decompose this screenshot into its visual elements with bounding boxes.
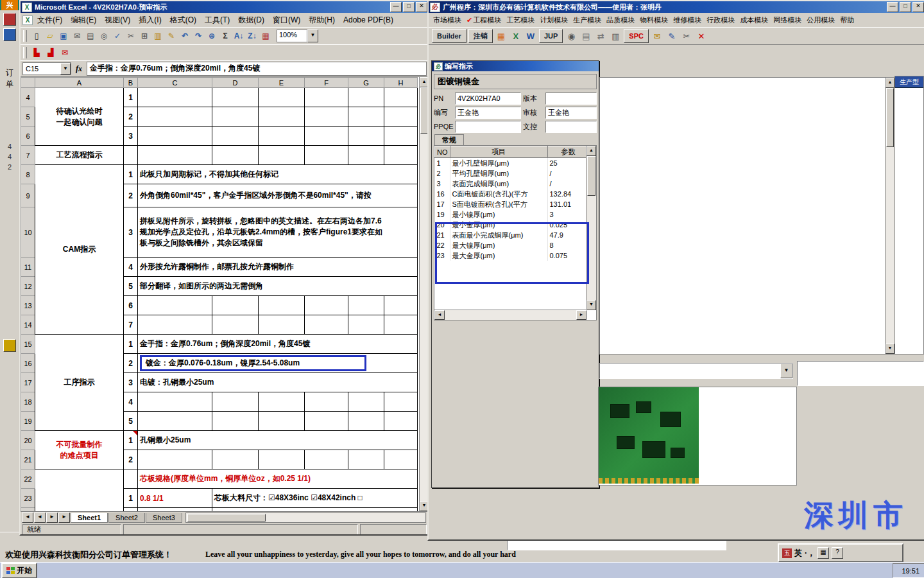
cell[interactable]	[305, 107, 348, 127]
cell[interactable]	[212, 107, 259, 127]
cell[interactable]	[384, 127, 418, 146]
cell-b16[interactable]: 2	[124, 354, 138, 373]
toolbar-grip[interactable]	[23, 30, 27, 42]
cell-c8[interactable]: 此板只加周期标记，不得加其他任何标记	[138, 165, 418, 184]
cell[interactable]	[259, 392, 305, 412]
process-vertical-scrollbar[interactable]: ▲ ▼	[885, 77, 895, 355]
row-header-6[interactable]: 6	[21, 127, 35, 146]
adobe-pdf-icon[interactable]: ▙	[30, 46, 43, 59]
fx-icon[interactable]: fx	[73, 64, 85, 74]
cell[interactable]	[305, 146, 348, 165]
version-field[interactable]	[545, 92, 597, 105]
cell[interactable]	[138, 107, 212, 127]
row-header-18[interactable]: 18	[21, 392, 35, 412]
cell[interactable]	[138, 146, 212, 165]
mail-icon[interactable]: ✉	[651, 30, 663, 42]
mail-icon[interactable]: ✉	[71, 30, 83, 42]
cell[interactable]	[305, 315, 348, 335]
row-header-21[interactable]: 21	[21, 450, 35, 469]
maximize-button[interactable]: □	[403, 2, 415, 12]
cell[interactable]	[348, 315, 384, 335]
cell-c11[interactable]: 外形按允许露铜制作，邮票孔按允许露铜制作	[138, 258, 418, 277]
cell[interactable]	[305, 88, 348, 107]
cell[interactable]	[212, 412, 259, 431]
print-icon[interactable]: ▤	[84, 30, 97, 42]
zoom-combo[interactable]: 100% ▼	[277, 30, 318, 42]
param-vertical-scrollbar[interactable]: ▲ ▼	[586, 146, 596, 310]
panel-icon[interactable]	[3, 28, 16, 41]
cell-c24[interactable]	[138, 508, 212, 512]
column-header-A[interactable]: A	[35, 78, 124, 88]
row-header-7[interactable]: 7	[21, 146, 35, 165]
cell-b22[interactable]	[124, 469, 138, 489]
new-icon[interactable]: ▯	[30, 30, 43, 42]
param-row-22[interactable]: 22最大镍厚(μm)8	[435, 240, 590, 250]
row-header-16[interactable]: 16	[21, 354, 35, 373]
row-header-10[interactable]: 10	[21, 207, 35, 258]
combo-dropdown-icon[interactable]: ▼	[780, 363, 792, 378]
cell[interactable]	[305, 392, 348, 412]
cell[interactable]	[305, 127, 348, 146]
module-10[interactable]: 成本模块	[738, 14, 770, 26]
minimize-button[interactable]: —	[390, 2, 402, 12]
cell[interactable]	[348, 146, 384, 165]
ime-punctuation[interactable]: ·，	[805, 548, 815, 559]
menu-0[interactable]: 文件(F)	[33, 13, 66, 27]
cell[interactable]	[348, 450, 384, 469]
cell-c23[interactable]: 0.8 1/1	[138, 489, 212, 508]
column-header-H[interactable]: H	[384, 78, 418, 88]
param-row-23[interactable]: 23最大金厚(μm)0.075	[435, 250, 590, 261]
cell[interactable]	[348, 412, 384, 431]
zoom-dropdown-icon[interactable]: ▼	[307, 30, 318, 42]
flow-icon[interactable]: ⇄	[594, 30, 607, 42]
pdf-mail-icon[interactable]: ✉	[58, 46, 71, 59]
cell[interactable]	[138, 88, 212, 107]
panel-icon[interactable]	[3, 13, 16, 26]
preview-icon[interactable]: ◎	[98, 30, 110, 42]
row-header-17[interactable]: 17	[21, 373, 35, 392]
param-row-3[interactable]: 3表面完成铜厚(um)/	[435, 179, 590, 189]
last-sheet-icon[interactable]: ►	[58, 512, 70, 523]
menu-8[interactable]: 帮助(H)	[305, 13, 339, 27]
cell[interactable]	[212, 127, 259, 146]
doc-control-field[interactable]	[545, 121, 597, 133]
autosum-icon[interactable]: Σ	[219, 30, 232, 42]
menu-7[interactable]: 窗口(W)	[269, 13, 304, 27]
module-13[interactable]: 帮助	[838, 14, 856, 26]
audit-field[interactable]: 王金艳	[545, 107, 597, 119]
row-header-19[interactable]: 19	[21, 412, 35, 431]
view-icon[interactable]: ◉	[565, 30, 578, 42]
row-header-15[interactable]: 15	[21, 335, 35, 354]
cell-c20[interactable]: 孔铜最小25um	[138, 431, 418, 450]
cell-b5[interactable]: 2	[124, 107, 138, 127]
cell[interactable]	[348, 392, 384, 412]
close-icon[interactable]: ✕	[695, 30, 708, 42]
scroll-thumb[interactable]	[886, 88, 894, 147]
row-header-12[interactable]: 12	[21, 277, 35, 296]
cell[interactable]	[138, 412, 212, 431]
save-icon[interactable]: ▣	[57, 30, 70, 42]
cell[interactable]	[259, 315, 305, 335]
cell-b18[interactable]: 4	[124, 392, 138, 412]
spellcheck-icon[interactable]: ✓	[111, 30, 124, 42]
cell[interactable]	[384, 450, 418, 469]
row-header-9[interactable]: 9	[21, 184, 35, 207]
module-5[interactable]: 生产模块	[571, 14, 603, 26]
cell-b20[interactable]: 1	[124, 431, 138, 450]
cell-b13[interactable]: 6	[124, 296, 138, 315]
column-header-F[interactable]: F	[305, 78, 348, 88]
row-header-11[interactable]: 11	[21, 258, 35, 277]
cell[interactable]	[384, 412, 418, 431]
open-icon[interactable]: ▱	[44, 30, 56, 42]
scroll-thumb[interactable]	[587, 156, 595, 196]
ime-keyboard-icon[interactable]: ▦	[817, 547, 829, 559]
menu-6[interactable]: 数据(D)	[234, 13, 268, 27]
cell[interactable]	[348, 107, 384, 127]
start-button[interactable]: 开始	[1, 563, 37, 578]
module-12[interactable]: 公用模块	[805, 14, 837, 26]
hyperlink-icon[interactable]: ⊕	[205, 30, 218, 42]
toolbar-builder-button[interactable]: Builder	[432, 29, 466, 43]
menu-3[interactable]: 插入(I)	[135, 13, 165, 27]
cut-icon[interactable]: ✂	[680, 30, 693, 42]
scroll-up-icon[interactable]: ▲	[886, 78, 894, 88]
